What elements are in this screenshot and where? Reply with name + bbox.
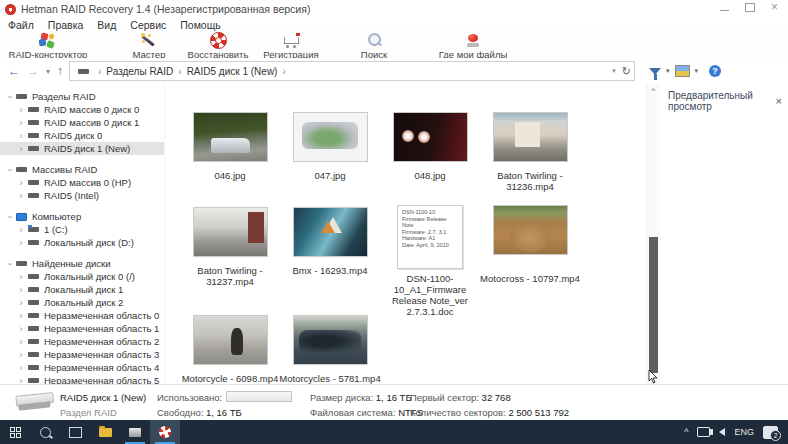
tree-raid-sections[interactable]: › Разделы RAID — [0, 90, 164, 103]
tree-raid-array0-disk1[interactable]: › RAID массив 0 диск 1 — [0, 116, 164, 129]
menu-file[interactable]: Файл — [8, 19, 34, 31]
breadcrumb[interactable]: › Разделы RAID › RAID5 диск 1 (New) › ▾ … — [69, 61, 635, 81]
chevron-right-icon[interactable]: › — [16, 285, 26, 295]
back-button[interactable]: ← — [8, 64, 20, 78]
scrollbar-thumb[interactable] — [649, 237, 658, 373]
maximize-button[interactable] — [745, 3, 755, 12]
tree-label: Неразмеченная область 4 — [44, 362, 159, 373]
chevron-right-icon[interactable]: › — [16, 191, 26, 201]
menu-service[interactable]: Сервис — [130, 19, 166, 31]
file-item[interactable]: 047.jpg — [280, 106, 380, 192]
chevron-right-icon[interactable]: › — [16, 131, 26, 141]
search-icon — [367, 32, 382, 48]
where-are-my-files-button[interactable]: Где мои файлы — [430, 32, 516, 60]
tree-local-disk-2[interactable]: › Локальный диск 2 — [0, 296, 164, 309]
address-dropdown-icon[interactable]: ▾ — [612, 67, 616, 75]
chevron-right-icon[interactable]: › — [16, 118, 26, 128]
preview-close-icon[interactable]: × — [776, 95, 782, 107]
menu-edit[interactable]: Правка — [48, 19, 83, 31]
forward-button[interactable]: → — [27, 64, 39, 78]
registration-button[interactable]: Регистрация — [256, 32, 326, 60]
raid-constructor-button[interactable]: RAID-конструктор — [0, 32, 96, 60]
network-icon[interactable] — [697, 427, 710, 437]
chevron-right-icon[interactable]: › — [16, 238, 26, 248]
tree-drive-d[interactable]: › Локальный диск (D:) — [0, 236, 164, 249]
chevron-right-icon[interactable]: › — [16, 144, 26, 154]
file-list-scrollbar[interactable]: ^ — [646, 84, 660, 384]
file-item[interactable]: Motocross - 10797.mp4 — [480, 201, 580, 317]
chevron-right-icon[interactable]: › — [16, 350, 26, 360]
chevron-right-icon[interactable]: › — [16, 225, 26, 235]
notification-icon[interactable]: 2 — [763, 426, 778, 439]
chevron-right-icon[interactable]: › — [16, 376, 26, 385]
window-title: Hetman RAID Recovery 1.4 (Незарегистриро… — [21, 3, 310, 15]
chevron-right-icon[interactable]: › — [16, 178, 26, 188]
file-item[interactable]: 046.jpg — [180, 106, 280, 192]
tree-local-disk-1[interactable]: › Локальный диск 1 — [0, 283, 164, 296]
task-view-button[interactable] — [60, 420, 90, 444]
tray-chevron-icon[interactable]: ^ — [684, 427, 688, 437]
chevron-down-icon[interactable]: › — [4, 259, 14, 269]
tree-local-disk-0[interactable]: › Локальный диск 0 (/) — [0, 270, 164, 283]
tree-unallocated-4[interactable]: › Неразмеченная область 4 — [0, 361, 164, 374]
tree-raid5-disk1-new[interactable]: › RAID5 диск 1 (New) — [0, 142, 164, 155]
tree-raid-array0-disk0[interactable]: › RAID массив 0 диск 0 — [0, 103, 164, 116]
file-item[interactable]: DSN-1100-10 Firmware Release Note Firmwa… — [380, 201, 480, 317]
tree-unallocated-2[interactable]: › Неразмеченная область 2 — [0, 335, 164, 348]
tree-label: Найденные диски — [32, 258, 111, 269]
language-indicator[interactable]: ENG — [734, 427, 754, 437]
taskbar-search-button[interactable] — [30, 420, 60, 444]
chevron-right-icon[interactable]: › — [16, 105, 26, 115]
history-dropdown-icon[interactable]: ▾ — [46, 67, 50, 76]
speaker-icon[interactable] — [719, 428, 725, 436]
tree-unallocated-1[interactable]: › Неразмеченная область 1 — [0, 322, 164, 335]
chevron-down-icon[interactable]: › — [4, 92, 14, 102]
tree-raid-arrays[interactable]: › Массивы RAID — [0, 163, 164, 176]
tree-unallocated-5[interactable]: › Неразмеченная область 5 — [0, 374, 164, 384]
menu-view[interactable]: Вид — [97, 19, 116, 31]
file-item[interactable]: Baton Twirling - 31236.mp4 — [480, 106, 580, 192]
chevron-right-icon[interactable]: › — [16, 337, 26, 347]
chevron-right-icon[interactable]: › — [16, 324, 26, 334]
scroll-up-icon[interactable]: ^ — [647, 86, 660, 95]
tree-unallocated-0[interactable]: › Неразмеченная область 0 — [0, 309, 164, 322]
refresh-icon[interactable]: ↻ — [622, 65, 631, 78]
search-button[interactable]: Поиск — [344, 32, 404, 60]
menu-help[interactable]: Помощь — [180, 19, 221, 31]
file-item[interactable]: Motorcycle - 6098.mp4 — [180, 309, 280, 384]
tree-found-disks[interactable]: › Найденные диски — [0, 257, 164, 270]
view-mode-icon[interactable] — [675, 65, 690, 77]
tree-raid-array0-hp[interactable]: › RAID массив 0 (HP) — [0, 176, 164, 189]
close-button[interactable]: × — [771, 3, 780, 12]
tree-drive-c[interactable]: › 1 (C:) — [0, 223, 164, 236]
file-item[interactable]: Motorcycles - 5781.mp4 — [280, 309, 380, 384]
recover-button[interactable]: Восстановить — [180, 32, 256, 60]
tree-raid5-disk0[interactable]: › RAID5 диск 0 — [0, 129, 164, 142]
minimize-button[interactable] — [720, 4, 729, 11]
up-button[interactable]: ↑ — [57, 64, 63, 78]
file-item[interactable]: Baton Twirling - 31237.mp4 — [180, 201, 280, 317]
chevron-down-icon[interactable]: › — [4, 165, 14, 175]
chevron-down-icon[interactable]: › — [4, 212, 14, 222]
chevron-right-icon[interactable]: › — [16, 272, 26, 282]
windows-logo-icon — [10, 427, 21, 438]
disk-app-button[interactable] — [120, 420, 150, 444]
tree-unallocated-3[interactable]: › Неразмеченная область 3 — [0, 348, 164, 361]
chevron-right-icon[interactable]: › — [16, 363, 26, 373]
start-button[interactable] — [0, 420, 30, 444]
chevron-right-icon[interactable]: › — [16, 298, 26, 308]
chevron-right-icon[interactable]: › — [16, 311, 26, 321]
tree-raid5-intel[interactable]: › RAID5 (Intel) — [0, 189, 164, 202]
tree-computer[interactable]: › Компьютер — [0, 210, 164, 223]
filter-icon[interactable] — [649, 68, 661, 75]
wizard-button[interactable]: Мастер — [118, 32, 180, 60]
breadcrumb-current-disk[interactable]: RAID5 диск 1 (New) — [187, 66, 278, 77]
breadcrumb-raid-sections[interactable]: Разделы RAID — [106, 66, 173, 77]
file-item[interactable]: Bmx - 16293.mp4 — [280, 201, 380, 317]
file-explorer-button[interactable] — [90, 420, 120, 444]
help-icon[interactable]: ? — [709, 65, 721, 77]
view-dropdown-icon[interactable]: ▾ — [695, 67, 699, 75]
hetman-app-button[interactable] — [150, 420, 180, 444]
file-item[interactable]: 048.jpg — [380, 106, 480, 192]
filter-dropdown-icon[interactable]: ▾ — [666, 67, 670, 75]
